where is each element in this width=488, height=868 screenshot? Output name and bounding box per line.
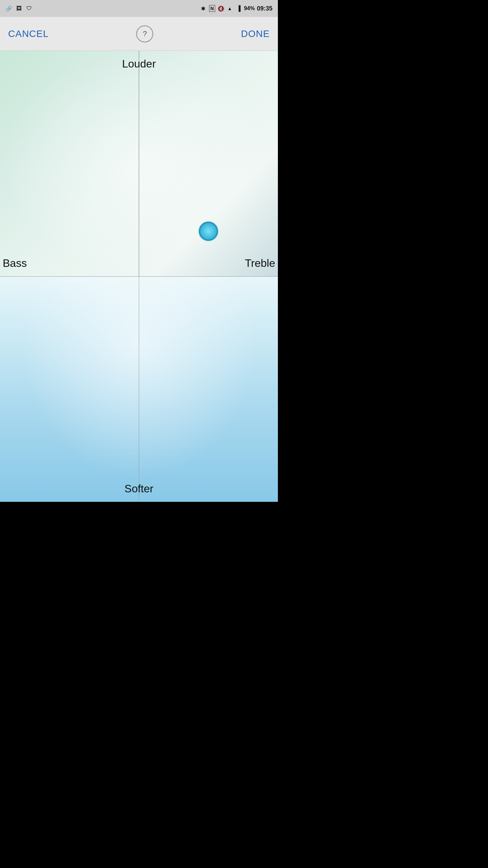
bluetooth-icon [200,5,207,12]
help-icon: ? [143,29,147,38]
bass-label: Bass [3,257,27,270]
image-icon [16,5,22,12]
status-right-icons: 94% 09:35 [200,5,272,12]
treble-label: Treble [245,257,275,270]
softer-label: Softer [124,482,153,495]
battery-level: 94% [244,5,255,12]
nfc-icon [209,5,216,12]
help-button[interactable]: ? [136,25,153,42]
signal-icon [235,5,242,12]
top-action-bar: CANCEL ? DONE [0,17,278,51]
shield-icon [26,5,33,12]
eq-control-point[interactable] [199,222,218,241]
cancel-button[interactable]: CANCEL [8,28,49,39]
status-bar: 94% 09:35 [0,0,278,17]
status-left-icons [5,5,33,12]
mute-icon [218,5,224,12]
link-icon [5,5,12,12]
equalizer-area[interactable]: Louder Bass Treble Softer [0,51,278,502]
done-button[interactable]: DONE [241,28,270,39]
wifi-icon [226,5,233,12]
time-display: 09:35 [257,5,272,12]
full-vertical-axis-line [139,51,139,502]
louder-label: Louder [122,58,156,70]
